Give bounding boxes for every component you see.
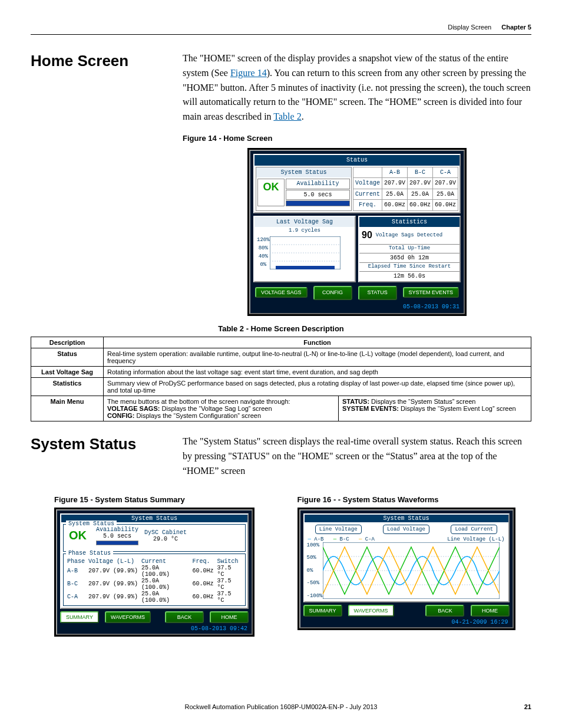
t2-h2: Function [104,337,531,348]
sag-yaxis: 120% 80% 40% 0% [257,236,270,269]
page-footer: Rockwell Automation Publication 1608P-UM… [31,703,531,710]
summary-button[interactable]: SUMMARY [60,611,99,623]
heading-home-screen: Home Screen [31,51,166,316]
col-bc: B-C [407,167,432,178]
ph-h-switch: Switch [216,558,243,565]
body-home-screen: The "HOME" screen of the display provide… [183,51,531,316]
t2-status-lead: STATUS: [342,398,369,405]
ph-h-current: Current [140,558,191,565]
measurement-grid: A-B B-C C-A Voltage 207.9V 207.9V 207.9V [353,167,458,211]
availability-value: 5.0 secs [286,190,350,200]
fig15-phase-status-box: Phase Status Phase Voltage (L-L) Current… [63,554,246,606]
fig15-availability-bar [96,541,138,545]
ph-bc-sw: 37.5 °C [216,578,243,591]
back-button[interactable]: BACK [425,605,464,617]
table-row: Last Voltage Sag Rotating information ab… [31,367,531,378]
ph-bc-vp: (99.9%) [111,578,140,591]
link-figure-14[interactable]: Figure 14 [230,68,267,78]
ph-ab-sw: 37.5 °C [216,565,243,578]
fig15-cabinet-temp: 29.0 °C [144,536,187,542]
uptime-label: Total Up-Time [359,245,459,253]
waveforms-button[interactable]: WAVEFORMS [105,611,151,623]
wave-yaxis: 100% 50% 0% -50% -100% [307,542,323,599]
fig15-buttons: SUMMARY WAVEFORMS BACK HOME [59,610,250,624]
para-home-c: . [302,111,304,121]
col-ca: C-A [432,167,458,178]
header-section-title: Display Screen [448,24,491,31]
summary-button[interactable]: SUMMARY [303,605,342,617]
home-button[interactable]: HOME [471,605,510,617]
elapsed-value: 12m 56.0s [359,272,459,281]
toggle-load-voltage[interactable]: Load Voltage [383,525,429,534]
back-button[interactable]: BACK [165,611,204,623]
table-row: Main Menu The menu buttons at the bottom… [31,396,531,421]
section-system-status: System Status The "System Status" screen… [31,434,531,478]
figure-16-block: Figure 16 - - System Status Waveforms Sy… [297,487,543,637]
caption-figure-16: Figure 16 - - System Status Waveforms [297,495,543,504]
legend-ca: C-A [365,536,375,542]
row-current: Current [353,189,382,200]
header-chapter-num: Chapter 5 [501,24,531,31]
fig16-outer-panel: System Status Line Voltage Load Voltage … [303,513,510,602]
legend-bc: B-C [340,536,349,542]
fig15-phase-status-label: Phase Status [66,550,113,556]
freq-ca: 60.0Hz [432,200,458,211]
system-events-button[interactable]: SYSTEM EVENTS [403,287,459,298]
ph-ca-v: 207.9V [87,591,111,604]
t2-r2c2: Rotating information about the last volt… [104,367,531,378]
config-button[interactable]: CONFIG [313,286,352,300]
figure-row: Figure 15 - System Status Summary System… [31,487,531,637]
figure-15-lcd: System Status System Status OK Availabil… [54,508,254,637]
ytick-120: 120% [257,236,270,245]
status-button[interactable]: STATUS [358,286,397,300]
statistics-title: Statistics [359,217,459,228]
t2-status-text: Displays the “System Status” screen [369,398,475,405]
section-home-screen: Home Screen The "HOME" screen of the dis… [31,51,531,316]
current-bc: 25.0A [407,189,432,200]
wt-0: 0% [307,568,323,574]
ph-h-voltage: Voltage (L-L) [87,558,140,565]
fig15-outer-panel: System Status System Status OK Availabil… [60,513,249,609]
t2-events-text: Displays the “System Event Log” screen [399,405,516,412]
running-header: Display Screen Chapter 5 [31,24,531,31]
fig15-timestamp: 05-08-2013 09:42 [59,624,250,632]
ph-ca-i: 25.0A (100.0%) [140,591,191,604]
fig15-sys-status-label: System Status [66,521,117,527]
t2-config-text: Displays the “System Configuration” scre… [134,412,261,419]
t2-events-lead: SYSTEM EVENTS: [342,405,399,412]
fig15-ok-badge: OK [65,528,90,543]
sag-bar-chart [270,236,340,269]
sag-cycles: 1.9 cycles [254,227,355,235]
availability-label: Availability [286,179,350,189]
col-ab: A-B [382,167,407,178]
toggle-line-voltage[interactable]: Line Voltage [315,525,362,534]
freq-bc: 60.0Hz [407,200,432,211]
waveforms-button[interactable]: WAVEFORMS [348,605,394,617]
link-table-2[interactable]: Table 2 [273,111,301,121]
t2-vsags-lead: VOLTAGE SAGS: [107,405,160,412]
wt-100: 100% [307,542,323,548]
ph-bc-f: 60.0Hz [191,578,216,591]
last-voltage-sag-panel: Last Voltage Sag 1.9 cycles 120% 80% 40%… [253,216,356,282]
t2-r3c1: Statistics [31,378,104,396]
elapsed-label: Elapsed Time Since Restart [359,263,459,272]
footer-publication: Rockwell Automation Publication 1608P-UM… [54,703,508,710]
ytick-80: 80% [257,245,270,253]
ytick-0: 0% [257,261,270,269]
availability-bar [286,200,350,206]
system-status-block[interactable]: System Status OK Availability 5.0 secs [256,167,352,211]
fig15-sys-status-box: System Status OK Availability 5.0 secs D… [63,524,246,552]
voltage-ca: 207.9V [432,178,458,189]
ph-ab-vp: (99.9%) [111,565,140,578]
sag-count-label: Voltage Sags Detected [376,233,442,238]
ph-ab-i: 25.0A (100.0%) [140,565,191,578]
ph-ca-vp: (99.9%) [111,591,140,604]
caption-figure-15: Figure 15 - System Status Summary [54,495,276,504]
toggle-load-current[interactable]: Load Current [451,525,497,534]
table-row: Statistics Summary view of ProDySC perfo… [31,378,531,396]
current-ca: 25.0A [432,189,458,200]
voltage-sags-button[interactable]: VOLTAGE SAGS [255,287,308,298]
fig16-timestamp: 04-21-2009 16:29 [302,618,511,625]
t2-config-lead: CONFIG: [107,412,134,419]
home-button[interactable]: HOME [210,611,249,623]
